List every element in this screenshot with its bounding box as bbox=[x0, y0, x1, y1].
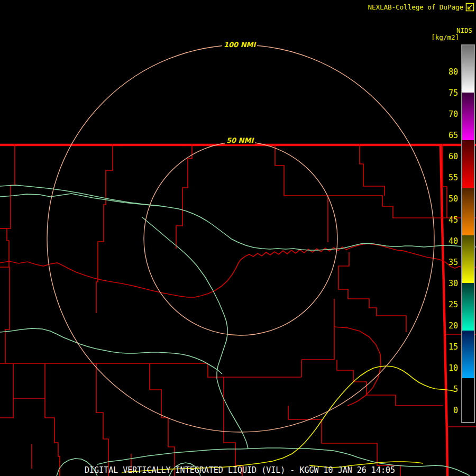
colorbar-tick-50: 50 bbox=[436, 194, 458, 204]
status-bar-text: DIGITAL VERTICALLY INTEGRATED LIQUID (VI… bbox=[85, 465, 395, 475]
colorbar-tick-70: 70 bbox=[436, 109, 458, 119]
colorbar-tick-25: 25 bbox=[436, 300, 458, 309]
range-ring-100nmi bbox=[47, 45, 434, 432]
range-ring-50nmi bbox=[144, 142, 337, 335]
river bbox=[0, 194, 164, 206]
county-line bbox=[0, 260, 241, 297]
colorbar-tick-5: 5 bbox=[436, 385, 458, 394]
brand-text: NEXLAB-College of DuPage bbox=[368, 3, 463, 11]
colorbar-tick-10: 10 bbox=[436, 363, 458, 373]
colorbar-tick-60: 60 bbox=[436, 152, 458, 161]
colorbar-segment-gray bbox=[462, 45, 474, 93]
colorbar-segment-teal bbox=[462, 283, 474, 331]
colorbar-tick-55: 55 bbox=[436, 173, 458, 182]
colorbar-tick-80: 80 bbox=[436, 67, 458, 77]
colorbar-segment-black bbox=[462, 378, 474, 422]
county-line bbox=[96, 363, 108, 476]
county-line bbox=[45, 398, 60, 476]
colorbar-tick-65: 65 bbox=[436, 131, 458, 140]
colorbar-segment-orange bbox=[462, 188, 474, 235]
river bbox=[0, 328, 222, 374]
county-line bbox=[0, 363, 13, 418]
county-line bbox=[360, 144, 385, 196]
colorbar-tick-35: 35 bbox=[436, 258, 458, 267]
radar-map bbox=[0, 0, 476, 476]
colorbar-unit: [kg/m2] bbox=[431, 33, 459, 41]
range-ring-label-50nmi: 50 NMI bbox=[225, 136, 255, 144]
colorbar-segment-red bbox=[462, 140, 474, 188]
county-line bbox=[338, 252, 406, 332]
colorbar-segment-blue bbox=[462, 331, 474, 378]
radar-display: 100 NMI 50 NMI NEXLAB-College of DuPage … bbox=[0, 0, 476, 476]
colorbar-tick-30: 30 bbox=[436, 279, 458, 288]
colorbar-segment-yellow bbox=[462, 235, 474, 283]
colorbar-tick-45: 45 bbox=[436, 215, 458, 225]
county-line bbox=[208, 363, 242, 476]
colorbar-tick-0: 0 bbox=[436, 406, 458, 415]
colorbar-tick-15: 15 bbox=[436, 342, 458, 352]
county-line bbox=[96, 144, 113, 313]
colorbar-tick-75: 75 bbox=[436, 88, 458, 98]
county-line bbox=[334, 327, 381, 406]
compass-arrow-icon bbox=[465, 3, 474, 12]
county-line bbox=[13, 363, 45, 398]
colorbar-scale bbox=[461, 44, 475, 423]
county-line bbox=[284, 196, 441, 218]
range-ring-label-100nmi: 100 NMI bbox=[222, 41, 257, 49]
colorbar-tick-20: 20 bbox=[436, 321, 458, 331]
county-line bbox=[150, 363, 175, 476]
colorbar-segment-purple bbox=[462, 93, 474, 140]
colorbar-tick-40: 40 bbox=[436, 236, 458, 246]
